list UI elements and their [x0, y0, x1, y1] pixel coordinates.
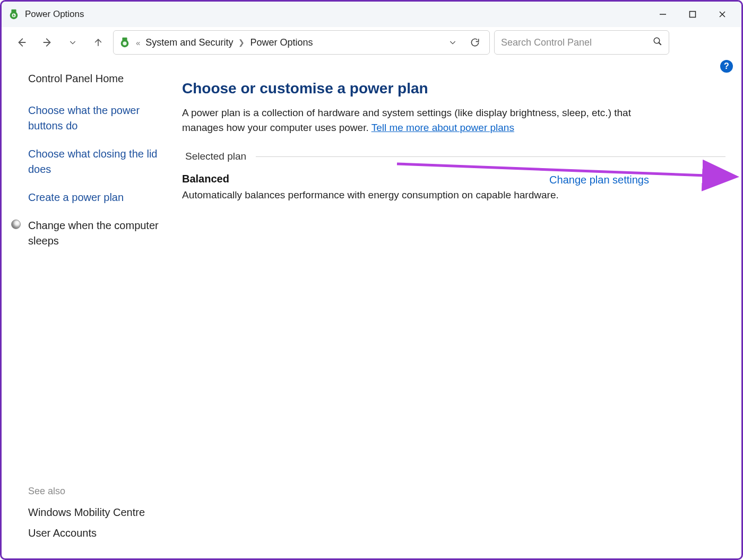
forward-button[interactable] — [37, 32, 58, 53]
sidebar-bottom: See also Windows Mobility Centre User Ac… — [28, 486, 167, 548]
divider — [256, 156, 725, 157]
selected-plan-header: Selected plan — [182, 151, 246, 162]
svg-point-9 — [123, 41, 126, 45]
address-bar[interactable]: « System and Security ❯ Power Options — [113, 30, 490, 55]
plan-description: Automatically balances performance with … — [182, 189, 649, 201]
sidebar-link-closing-lid[interactable]: Choose what closing the lid does — [28, 146, 167, 177]
svg-line-11 — [659, 42, 661, 45]
see-also-mobility-centre[interactable]: Windows Mobility Centre — [28, 506, 167, 519]
toolbar: « System and Security ❯ Power Options — [2, 27, 741, 58]
plan-info: Balanced — [182, 173, 229, 189]
sidebar-link-power-buttons[interactable]: Choose what the power buttons do — [28, 103, 167, 134]
search-icon[interactable] — [653, 37, 662, 48]
svg-rect-4 — [690, 12, 696, 18]
address-history-dropdown[interactable] — [445, 38, 461, 47]
learn-more-link[interactable]: Tell me more about power plans — [372, 122, 514, 133]
selected-plan-header-row: Selected plan — [182, 151, 725, 162]
sidebar-top: Control Panel Home Choose what the power… — [28, 73, 167, 486]
search-input[interactable] — [501, 37, 647, 48]
window-title: Power Options — [25, 9, 84, 20]
close-button[interactable] — [707, 4, 737, 25]
power-options-icon — [8, 8, 20, 20]
svg-rect-8 — [122, 38, 127, 41]
plan-row: Balanced Change plan settings — [182, 173, 649, 189]
up-button[interactable] — [88, 32, 109, 53]
control-panel-home-link[interactable]: Control Panel Home — [28, 73, 167, 85]
sidebar-link-label: Change when the computer sleeps — [28, 220, 159, 247]
svg-point-10 — [654, 38, 660, 43]
change-plan-settings-link[interactable]: Change plan settings — [549, 174, 649, 186]
sidebar-link-change-sleep[interactable]: Change when the computer sleeps — [28, 218, 167, 249]
body: Control Panel Home Choose what the power… — [2, 58, 741, 558]
back-button[interactable] — [11, 32, 32, 53]
see-also-user-accounts[interactable]: User Accounts — [28, 527, 167, 539]
chevron-right-icon[interactable]: ❯ — [238, 38, 245, 47]
svg-rect-1 — [11, 10, 16, 13]
see-also-header: See also — [28, 486, 167, 497]
search-box[interactable] — [494, 30, 669, 55]
maximize-button[interactable] — [678, 4, 707, 25]
breadcrumb-segment-power-options[interactable]: Power Options — [250, 37, 313, 48]
minimize-button[interactable] — [648, 4, 678, 25]
sidebar: Control Panel Home Choose what the power… — [2, 58, 182, 558]
page-title: Choose or customise a power plan — [182, 80, 725, 97]
window-frame: Power Options — [0, 0, 743, 560]
sidebar-link-create-plan[interactable]: Create a power plan — [28, 190, 167, 205]
plan-name: Balanced — [182, 173, 229, 185]
refresh-button[interactable] — [466, 33, 484, 51]
window-controls — [648, 4, 737, 25]
addressbar-icon — [119, 37, 131, 48]
titlebar-left: Power Options — [8, 8, 84, 20]
breadcrumb: System and Security ❯ Power Options — [145, 37, 439, 48]
current-page-indicator-icon — [11, 220, 21, 229]
main-content: ? Choose or customise a power plan A pow… — [182, 58, 741, 558]
breadcrumb-segment-system-security[interactable]: System and Security — [145, 37, 233, 48]
page-description: A power plan is a collection of hardware… — [182, 106, 649, 135]
help-button[interactable]: ? — [720, 60, 733, 73]
breadcrumb-overflow-icon[interactable]: « — [136, 38, 140, 47]
recent-locations-dropdown[interactable] — [62, 32, 83, 53]
titlebar: Power Options — [2, 2, 741, 27]
